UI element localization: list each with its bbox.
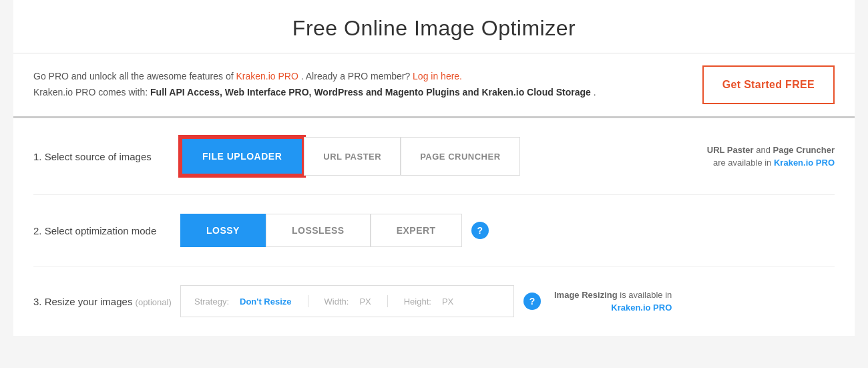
strategy-label: Strategy: [194,297,229,307]
optimization-row: 2. Select optimization mode LOSSY LOSSLE… [33,195,835,266]
expert-button[interactable]: EXPERT [371,214,462,247]
url-paster-button[interactable]: URL PASTER [304,137,401,176]
height-label: Height: [404,297,431,307]
width-unit: PX [359,297,371,307]
optimization-label: 2. Select optimization mode [33,225,180,236]
resize-divider-1 [308,295,308,307]
source-controls: FILE UPLOADER URL PASTER PAGE CRUNCHER U… [180,137,835,176]
page-title: Free Online Image Optimizer [27,16,841,41]
resize-controls-wrapper: Strategy: Don't Resize Width: PX Height:… [180,285,835,317]
promo-banner: Go PRO and unlock all the awesome featur… [13,53,855,118]
source-label: 1. Select source of images [33,151,180,162]
strategy-value[interactable]: Don't Resize [240,297,292,307]
width-label: Width: [324,297,349,307]
resize-note: Image Resizing is available inKraken.io … [554,289,672,315]
resize-optional: (optional) [136,297,172,307]
resize-label: 3. Resize your images (optional) [33,296,180,307]
promo-line1-pre: Go PRO and unlock all the awesome featur… [33,71,236,81]
main-content: 1. Select source of images FILE UPLOADER… [13,118,855,336]
resize-help-icon[interactable]: ? [523,293,541,310]
promo-text: Go PRO and unlock all the awesome featur… [33,69,596,101]
page-cruncher-button[interactable]: PAGE CRUNCHER [401,137,519,176]
title-section: Free Online Image Optimizer [13,0,855,53]
login-link[interactable]: Log in here. [413,71,462,81]
promo-line2-pre: Kraken.io PRO comes with: [33,87,150,98]
promo-line2-post: . [594,87,596,98]
lossy-button[interactable]: LOSSY [180,214,266,247]
resize-row: 3. Resize your images (optional) Strateg… [33,266,835,336]
lossless-button[interactable]: LOSSLESS [266,214,371,247]
promo-features: Full API Access, Web Interface PRO, Word… [150,87,591,98]
kraken-pro-link-1[interactable]: Kraken.io PRO [236,71,298,81]
file-uploader-button[interactable]: FILE UPLOADER [180,137,304,176]
resize-divider-2 [387,295,388,307]
resize-controls: Strategy: Don't Resize Width: PX Height:… [180,285,514,317]
optimization-controls: LOSSY LOSSLESS EXPERT ? [180,214,835,247]
kraken-pro-link-2[interactable]: Kraken.io PRO [774,158,835,168]
image-resizing-note: Image Resizing [554,290,618,300]
promo-line1-mid: . Already a PRO member? [301,71,413,81]
source-row: 1. Select source of images FILE UPLOADER… [33,118,835,195]
get-started-button[interactable]: Get Started FREE [702,65,835,104]
page-wrapper: Free Online Image Optimizer Go PRO and u… [13,0,855,336]
height-unit: PX [442,297,453,307]
source-btn-group: FILE UPLOADER URL PASTER PAGE CRUNCHER [180,137,520,176]
page-cruncher-note: Page Cruncher [773,145,835,155]
resize-label-text: 3. Resize your images [33,296,132,307]
opt-btn-group: LOSSY LOSSLESS EXPERT [180,214,462,247]
optimization-help-icon[interactable]: ? [471,222,489,239]
kraken-pro-link-3[interactable]: Kraken.io PRO [611,303,672,313]
url-paster-note: URL Paster [707,145,754,155]
source-note: URL Paster and Page Cruncherare availabl… [707,144,835,170]
